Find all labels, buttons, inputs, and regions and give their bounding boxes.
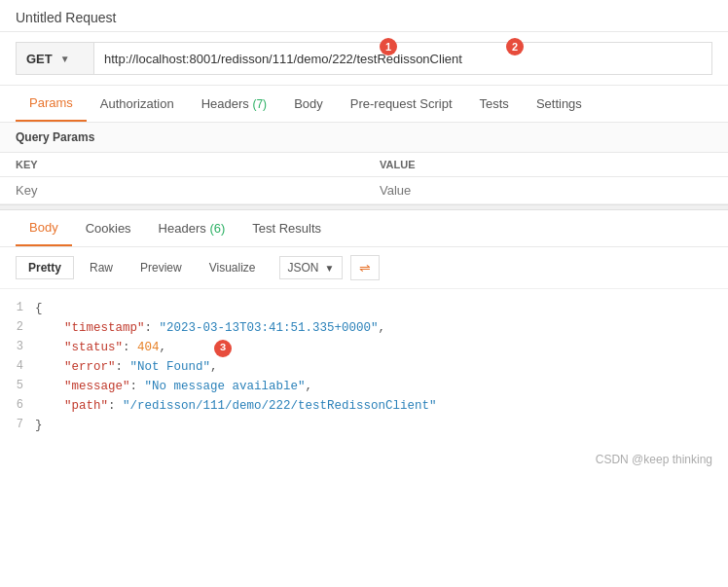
tab-prerequest[interactable]: Pre-request Script (337, 87, 466, 121)
code-line-4: 4 "error": "Not Found", (0, 357, 728, 377)
value-input[interactable] (380, 183, 712, 198)
tab-settings[interactable]: Settings (523, 87, 596, 121)
query-params-section: Query Params (0, 123, 728, 153)
format-bar: Pretty Raw Preview Visualize JSON ▼ ⇌ (0, 247, 728, 289)
url-input[interactable] (93, 42, 712, 75)
line-num-1: 1 (0, 299, 35, 317)
title-bar: Untitled Request (0, 0, 728, 32)
line-num-7: 7 (0, 416, 35, 434)
tab-tests[interactable]: Tests (466, 87, 523, 121)
visualize-button[interactable]: Visualize (198, 257, 268, 278)
code-line-1: 1 { (0, 299, 728, 318)
response-tab-body[interactable]: Body (16, 210, 72, 246)
response-headers-badge: (6) (209, 221, 225, 236)
tab-authorization[interactable]: Authorization (87, 87, 188, 121)
response-tab-headers[interactable]: Headers (6) (145, 211, 239, 245)
response-tabs-bar: Body Cookies Headers (6) Test Results (0, 210, 728, 247)
badge-2: 2 (506, 38, 524, 55)
line-num-3: 3 (0, 338, 35, 356)
line-content-2: "timestamp": "2023-03-13T03:41:51.335+00… (35, 318, 728, 338)
wrap-button[interactable]: ⇌ (350, 255, 380, 280)
value-column-header: VALUE (364, 153, 728, 177)
response-tab-test-results[interactable]: Test Results (238, 211, 335, 245)
method-select[interactable]: GET ▼ (16, 42, 93, 75)
tab-params[interactable]: Params (16, 86, 87, 122)
watermark: CSDN @keep thinking (0, 445, 728, 474)
line-num-5: 5 (0, 377, 35, 395)
code-line-6: 6 "path": "/redisson/111/demo/222/testRe… (0, 396, 728, 416)
method-label: GET (26, 52, 53, 66)
params-table: KEY VALUE (0, 153, 728, 204)
line-num-4: 4 (0, 357, 35, 376)
json-format-label: JSON (288, 261, 319, 275)
code-line-5: 5 "message": "No message available", (0, 377, 728, 396)
line-content-4: "error": "Not Found", (35, 357, 728, 377)
line-content-5: "message": "No message available", (35, 377, 728, 396)
raw-button[interactable]: Raw (78, 257, 125, 278)
method-arrow-icon: ▼ (60, 54, 70, 64)
table-row (0, 177, 728, 204)
code-line-7: 7 } (0, 416, 728, 435)
wrap-icon: ⇌ (359, 260, 371, 275)
key-input[interactable] (16, 183, 348, 198)
line-content-7: } (35, 416, 728, 435)
tab-body[interactable]: Body (280, 87, 337, 121)
badge-3: 3 (214, 340, 232, 357)
code-area: 1 { 2 "timestamp": "2023-03-13T03:41:51.… (0, 289, 728, 445)
line-content-1: { (35, 299, 728, 318)
tab-headers[interactable]: Headers (7) (188, 87, 280, 121)
json-format-select[interactable]: JSON ▼ (279, 256, 344, 279)
badge-1: 1 (380, 38, 397, 55)
json-select-arrow-icon: ▼ (325, 263, 335, 274)
code-line-2: 2 "timestamp": "2023-03-13T03:41:51.335+… (0, 318, 728, 338)
request-title: Untitled Request (16, 10, 117, 25)
pretty-button[interactable]: Pretty (16, 256, 74, 279)
line-num-2: 2 (0, 318, 35, 337)
key-column-header: KEY (0, 153, 364, 177)
preview-button[interactable]: Preview (128, 257, 194, 278)
code-line-3: 3 "status": 404, 3 (0, 338, 728, 357)
line-content-6: "path": "/redisson/111/demo/222/testRedi… (35, 396, 728, 416)
line-num-6: 6 (0, 396, 35, 415)
tabs-bar: Params Authorization Headers (7) Body Pr… (0, 86, 728, 123)
value-cell[interactable] (364, 177, 728, 204)
headers-badge: (7) (252, 97, 267, 111)
url-bar: GET ▼ 1 2 (0, 32, 728, 86)
key-cell[interactable] (0, 177, 364, 204)
line-content-3: "status": 404, (35, 338, 728, 357)
response-tab-cookies[interactable]: Cookies (72, 211, 145, 245)
